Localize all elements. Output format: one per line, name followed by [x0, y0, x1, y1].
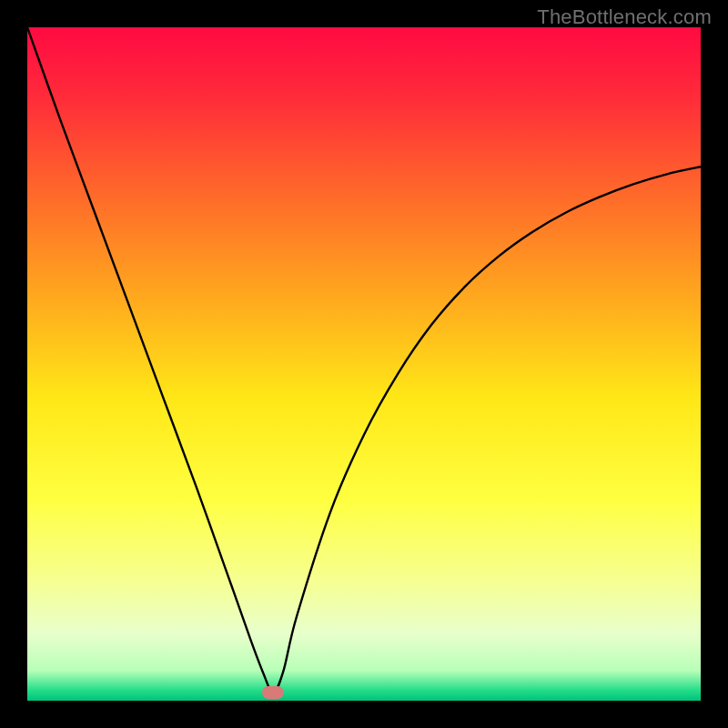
plot-area: [27, 27, 701, 701]
watermark-text: TheBottleneck.com: [537, 5, 712, 29]
optimal-marker: [262, 686, 284, 699]
bottleneck-curve: [27, 27, 701, 701]
chart-frame: TheBottleneck.com: [0, 0, 728, 728]
curve-path: [27, 27, 701, 693]
